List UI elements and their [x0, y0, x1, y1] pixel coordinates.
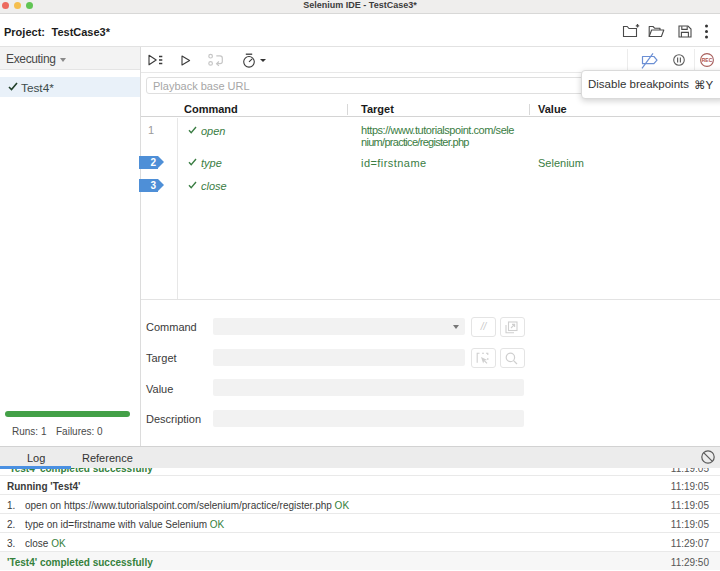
svg-text:REC: REC	[702, 57, 713, 63]
